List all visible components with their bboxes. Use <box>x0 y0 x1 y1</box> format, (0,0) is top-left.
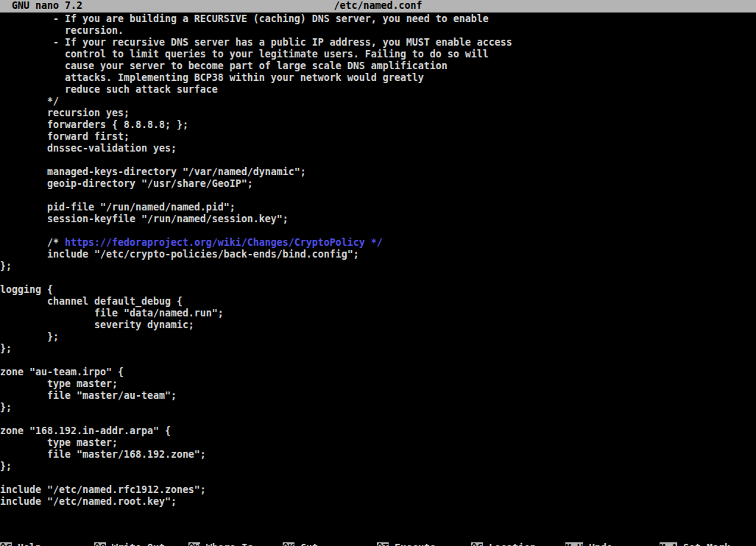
editor-line[interactable]: file "master/168.192.zone"; <box>0 449 756 461</box>
code-text: file "master/168.192.zone"; <box>0 449 206 460</box>
code-text: zone "au-team.irpo" { <box>0 366 124 377</box>
url-text: https://fedoraproject.org/wiki/Changes/C… <box>65 237 365 248</box>
editor-line[interactable]: zone "168.192.in-addr.arpa" { <box>0 425 756 437</box>
code-text: recursion yes; <box>0 107 130 118</box>
url-text: */ <box>365 237 383 248</box>
editor-line[interactable]: forward first; <box>0 131 756 143</box>
code-text: severity dynamic; <box>0 319 194 330</box>
shortcut-write-out[interactable]: ^O Write Out <box>94 542 188 546</box>
code-text: session-keyfile "/run/named/session.key"… <box>0 213 289 224</box>
editor-line[interactable] <box>0 225 756 237</box>
code-text: pid-file "/run/named/named.pid"; <box>0 202 236 213</box>
editor-line[interactable]: - If your recursive DNS server has a pub… <box>0 37 756 49</box>
editor-line[interactable]: }; <box>0 260 756 272</box>
shortcut-label: Help <box>12 542 41 546</box>
editor-line[interactable]: attacks. Implementing BCP38 within your … <box>0 72 756 84</box>
shortcut-label: Execute <box>389 542 436 546</box>
editor-line[interactable]: forwarders { 8.8.8.8; }; <box>0 119 756 131</box>
code-text: channel default_debug { <box>0 296 183 307</box>
editor-line[interactable]: - If you are building a RECURSIVE (cachi… <box>0 13 756 25</box>
editor-line[interactable]: cause your server to become part of larg… <box>0 60 756 72</box>
editor-line[interactable]: geoip-directory "/usr/share/GeoIP"; <box>0 178 756 190</box>
code-text: control to limit queries to your legitim… <box>0 49 489 60</box>
code-text: /* <box>0 237 65 248</box>
code-text: file "master/au-team"; <box>0 390 177 401</box>
code-text: file "data/named.run"; <box>0 308 224 319</box>
editor-line[interactable]: type master; <box>0 437 756 449</box>
editor-line[interactable]: include "/etc/named.root.key"; <box>0 496 756 508</box>
code-text: }; <box>0 343 12 354</box>
shortcut-key-badge: ^O <box>94 542 106 546</box>
editor-line[interactable]: pid-file "/run/named/named.pid"; <box>0 202 756 213</box>
editor-line[interactable]: dnssec-validation yes; <box>0 143 756 155</box>
code-text: }; <box>0 331 59 342</box>
nano-titlebar: GNU nano 7.2 /etc/named.conf <box>0 0 756 13</box>
editor-line[interactable]: include "/etc/named.rfc1912.zones"; <box>0 484 756 496</box>
editor-line[interactable]: zone "au-team.irpo" { <box>0 366 756 378</box>
editor-line[interactable]: include "/etc/crypto-policies/back-ends/… <box>0 249 756 260</box>
editor-line[interactable]: reduce such attack surface <box>0 84 756 96</box>
shortcut-key-badge: ^G <box>0 542 12 546</box>
code-text: include "/etc/named.rfc1912.zones"; <box>0 484 206 495</box>
editor-content[interactable]: - If you are building a RECURSIVE (cachi… <box>0 13 756 508</box>
code-text: include "/etc/crypto-policies/back-ends/… <box>0 249 359 260</box>
code-text: managed-keys-directory "/var/named/dynam… <box>0 166 306 177</box>
editor-line[interactable] <box>0 355 756 366</box>
shortcut-key-badge: ^C <box>471 542 483 546</box>
editor-line[interactable] <box>0 472 756 484</box>
code-text: recursion. <box>0 25 124 36</box>
shortcut-label: Set Mark <box>677 542 730 546</box>
shortcut-undo[interactable]: M-U Undo <box>565 542 660 546</box>
editor-line[interactable]: file "master/au-team"; <box>0 390 756 402</box>
code-text: */ <box>0 96 59 107</box>
editor-line[interactable] <box>0 414 756 425</box>
shortcut-label: Cut <box>294 542 318 546</box>
editor-line[interactable]: */ <box>0 96 756 107</box>
editor-line[interactable]: managed-keys-directory "/var/named/dynam… <box>0 166 756 178</box>
editor-line[interactable]: recursion yes; <box>0 107 756 119</box>
editor-line[interactable]: }; <box>0 343 756 355</box>
code-text: attacks. Implementing BCP38 within your … <box>0 72 424 83</box>
code-text: type master; <box>0 437 118 448</box>
editor-line[interactable]: logging { <box>0 284 756 296</box>
editor-line[interactable]: session-keyfile "/run/named/session.key"… <box>0 213 756 225</box>
shortcut-set-mark[interactable]: M-A Set Mark <box>660 542 754 546</box>
code-text: include "/etc/named.root.key"; <box>0 496 177 507</box>
code-text: type master; <box>0 378 118 389</box>
code-text: - If your recursive DNS server has a pub… <box>0 37 512 48</box>
code-text: zone "168.192.in-addr.arpa" { <box>0 425 171 436</box>
editor-line[interactable]: recursion. <box>0 25 756 37</box>
shortcut-key-badge: ^K <box>283 542 294 546</box>
shortcut-key-badge: M-U <box>565 542 583 546</box>
editor-line[interactable] <box>0 155 756 166</box>
shortcut-help[interactable]: ^G Help <box>0 542 94 546</box>
shortcut-row: ^G Help^O Write Out^W Where Is^K Cut^T E… <box>0 542 756 546</box>
editor-line[interactable]: }; <box>0 331 756 343</box>
editor-line[interactable]: type master; <box>0 378 756 390</box>
editor-line[interactable]: channel default_debug { <box>0 296 756 308</box>
shortcut-execute[interactable]: ^T Execute <box>377 542 471 546</box>
editor-line[interactable]: }; <box>0 461 756 472</box>
code-text: logging { <box>0 284 53 295</box>
code-text: }; <box>0 402 12 413</box>
code-text: cause your server to become part of larg… <box>0 60 448 71</box>
editor-line[interactable]: }; <box>0 402 756 414</box>
editor-line[interactable]: /* https://fedoraproject.org/wiki/Change… <box>0 237 756 249</box>
code-text: forwarders { 8.8.8.8; }; <box>0 119 188 130</box>
shortcut-where-is[interactable]: ^W Where Is <box>188 542 283 546</box>
editor-line[interactable] <box>0 190 756 202</box>
shortcut-key-badge: M-A <box>660 542 677 546</box>
shortcut-key-badge: ^T <box>377 542 389 546</box>
code-text: reduce such attack surface <box>0 84 218 95</box>
shortcut-location[interactable]: ^C Location <box>471 542 565 546</box>
editor-line[interactable]: file "data/named.run"; <box>0 308 756 319</box>
editor-line[interactable]: control to limit queries to your legitim… <box>0 49 756 60</box>
shortcut-cut[interactable]: ^K Cut <box>283 542 377 546</box>
editor-line[interactable] <box>0 272 756 284</box>
code-text: geoip-directory "/usr/share/GeoIP"; <box>0 178 253 189</box>
editor-line[interactable]: severity dynamic; <box>0 319 756 331</box>
file-name: /etc/named.conf <box>0 0 756 12</box>
shortcut-key-badge: ^W <box>188 542 200 546</box>
code-text: }; <box>0 260 12 272</box>
code-text: }; <box>0 461 12 472</box>
